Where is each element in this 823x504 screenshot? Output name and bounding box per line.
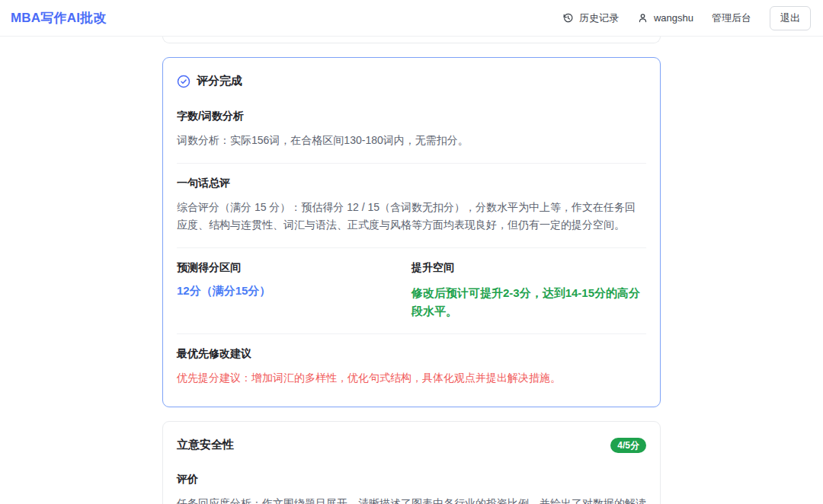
previous-card-bottom-edge	[162, 37, 661, 43]
username-label: wangshu	[654, 12, 693, 24]
score-summary-card: 评分完成 字数/词数分析 词数分析：实际156词，在合格区间130-180词内，…	[162, 57, 661, 407]
evaluation-heading: 评价	[177, 473, 646, 486]
admin-link[interactable]: 管理后台	[712, 11, 751, 25]
app-title: MBA写作AI批改	[11, 9, 107, 27]
admin-label: 管理后台	[712, 11, 751, 25]
divider	[177, 247, 646, 248]
logout-button[interactable]: 退出	[770, 6, 811, 30]
one-line-summary-body: 综合评分（满分 15 分）：预估得分 12 / 15（含词数无扣分），分数水平为…	[177, 199, 646, 234]
word-count-heading: 字数/词数分析	[177, 110, 646, 123]
scoring-status-label: 评分完成	[197, 74, 242, 88]
priority-suggestion-section: 最优先修改建议 优先提分建议：增加词汇的多样性，优化句式结构，具体化观点并提出解…	[177, 347, 646, 386]
divider	[177, 333, 646, 334]
history-icon	[562, 12, 574, 24]
check-circle-icon	[177, 75, 191, 88]
dimension-card-header: 立意安全性 4/5分	[177, 438, 646, 453]
history-label: 历史记录	[579, 11, 619, 25]
divider	[177, 163, 646, 164]
user-menu[interactable]: wangshu	[637, 12, 693, 24]
dimension-card-theme-safety: 立意安全性 4/5分 评价 任务回应度分析：作文围绕题目展开，清晰描述了图表中各…	[162, 421, 661, 504]
predicted-score-column: 预测得分区间 12分（满分15分）	[177, 261, 412, 321]
history-link[interactable]: 历史记录	[562, 11, 619, 25]
dimension-score-badge: 4/5分	[610, 438, 646, 453]
priority-suggestion-body: 优先提分建议：增加词汇的多样性，优化句式结构，具体化观点并提出解决措施。	[177, 369, 646, 386]
evaluation-section: 评价 任务回应度分析：作文围绕题目展开，清晰描述了图表中各行业的投资比例，并给出…	[177, 473, 646, 504]
one-line-summary-section: 一句话总评 综合评分（满分 15 分）：预估得分 12 / 15（含词数无扣分）…	[177, 177, 646, 234]
app-header: MBA写作AI批改 历史记录 wangshu 管理后台	[0, 0, 823, 37]
improvement-value: 修改后预计可提升2-3分，达到14-15分的高分段水平。	[412, 284, 646, 321]
improvement-label: 提升空间	[412, 261, 646, 275]
predicted-score-label: 预测得分区间	[177, 261, 412, 275]
predicted-score-value: 12分（满分15分）	[177, 284, 412, 298]
one-line-summary-heading: 一句话总评	[177, 177, 646, 190]
main-content: 评分完成 字数/词数分析 词数分析：实际156词，在合格区间130-180词内，…	[162, 37, 661, 504]
improvement-column: 提升空间 修改后预计可提升2-3分，达到14-15分的高分段水平。	[412, 261, 646, 321]
score-columns: 预测得分区间 12分（满分15分） 提升空间 修改后预计可提升2-3分，达到14…	[177, 261, 646, 321]
word-count-section: 字数/词数分析 词数分析：实际156词，在合格区间130-180词内，无需扣分。	[177, 110, 646, 150]
dimension-title: 立意安全性	[177, 438, 234, 452]
user-icon	[637, 12, 648, 24]
word-count-body: 词数分析：实际156词，在合格区间130-180词内，无需扣分。	[177, 132, 646, 150]
priority-suggestion-heading: 最优先修改建议	[177, 347, 646, 361]
scoring-status-row: 评分完成	[177, 74, 646, 88]
evaluation-body: 任务回应度分析：作文围绕题目展开，清晰描述了图表中各行业的投资比例，并给出了对数…	[177, 495, 646, 504]
header-nav: 历史记录 wangshu 管理后台 退出	[562, 6, 811, 30]
